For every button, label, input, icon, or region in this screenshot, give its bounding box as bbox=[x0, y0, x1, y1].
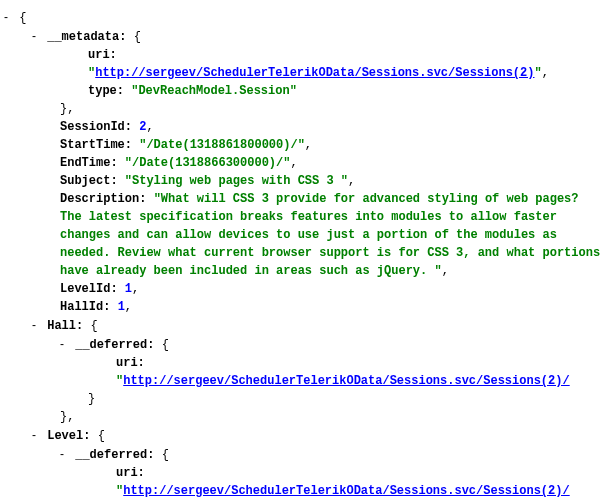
key-deferred: __deferred: bbox=[75, 448, 154, 462]
metadata-open: - __metadata: { bbox=[4, 27, 605, 46]
hallid-row: HallId: 1, bbox=[4, 298, 605, 316]
level-deferred-open: - __deferred: { bbox=[4, 445, 605, 464]
brace-open: { bbox=[90, 319, 97, 333]
val-levelid: 1 bbox=[125, 282, 132, 296]
levelid-row: LevelId: 1, bbox=[4, 280, 605, 298]
brace-open: { bbox=[162, 448, 169, 462]
hall-uri-link[interactable]: http://sergeev/SchedulerTelerikOData/Ses… bbox=[123, 374, 569, 388]
comma: , bbox=[290, 156, 297, 170]
key-level: Level: bbox=[47, 429, 90, 443]
brace-close: }, bbox=[60, 410, 74, 424]
hall-deferred-close: } bbox=[4, 390, 605, 408]
key-uri: uri: bbox=[116, 466, 145, 480]
level-uri-link[interactable]: http://sergeev/SchedulerTelerikOData/Ses… bbox=[123, 484, 569, 498]
description-row: Description: "What will CSS 3 provide fo… bbox=[4, 190, 605, 280]
val-starttime: "/Date(1318861800000)/" bbox=[139, 138, 305, 152]
comma: , bbox=[125, 300, 132, 314]
key-metadata: __metadata: bbox=[47, 30, 126, 44]
key-hallid: HallId: bbox=[60, 300, 110, 314]
comma: , bbox=[132, 282, 139, 296]
object-open: - { bbox=[4, 8, 605, 27]
hall-uri-key-row: uri: bbox=[4, 354, 605, 372]
level-uri-val-row: "http://sergeev/SchedulerTelerikOData/Se… bbox=[4, 482, 605, 500]
collapse-toggle[interactable]: - bbox=[4, 8, 8, 26]
key-uri: uri: bbox=[116, 356, 145, 370]
endtime-row: EndTime: "/Date(1318866300000)/", bbox=[4, 154, 605, 172]
starttime-row: StartTime: "/Date(1318861800000)/", bbox=[4, 136, 605, 154]
key-sessionid: SessionId: bbox=[60, 120, 132, 134]
level-open: - Level: { bbox=[4, 426, 605, 445]
key-endtime: EndTime: bbox=[60, 156, 118, 170]
key-description: Description: bbox=[60, 192, 146, 206]
brace-open: { bbox=[162, 338, 169, 352]
val-type: "DevReachModel.Session" bbox=[131, 84, 297, 98]
key-hall: Hall: bbox=[47, 319, 83, 333]
key-type: type: bbox=[88, 84, 124, 98]
hall-open: - Hall: { bbox=[4, 316, 605, 335]
comma: , bbox=[542, 66, 549, 80]
collapse-toggle[interactable]: - bbox=[60, 445, 64, 463]
key-deferred: __deferred: bbox=[75, 338, 154, 352]
sessionid-row: SessionId: 2, bbox=[4, 118, 605, 136]
val-hallid: 1 bbox=[118, 300, 125, 314]
collapse-toggle[interactable]: - bbox=[32, 27, 36, 45]
key-levelid: LevelId: bbox=[60, 282, 118, 296]
brace-open: { bbox=[19, 11, 26, 25]
metadata-type-row: type: "DevReachModel.Session" bbox=[4, 82, 605, 100]
hall-uri-val-row: "http://sergeev/SchedulerTelerikOData/Se… bbox=[4, 372, 605, 390]
collapse-toggle[interactable]: - bbox=[32, 316, 36, 334]
brace-open: { bbox=[98, 429, 105, 443]
collapse-toggle[interactable]: - bbox=[32, 426, 36, 444]
quote: " bbox=[534, 66, 541, 80]
val-subject: "Styling web pages with CSS 3 " bbox=[125, 174, 348, 188]
key-subject: Subject: bbox=[60, 174, 118, 188]
metadata-uri-link[interactable]: http://sergeev/SchedulerTelerikOData/Ses… bbox=[95, 66, 534, 80]
key-starttime: StartTime: bbox=[60, 138, 132, 152]
key-uri: uri: bbox=[88, 48, 117, 62]
hall-close: }, bbox=[4, 408, 605, 426]
level-uri-key-row: uri: bbox=[4, 464, 605, 482]
comma: , bbox=[146, 120, 153, 134]
hall-deferred-open: - __deferred: { bbox=[4, 335, 605, 354]
metadata-close: }, bbox=[4, 100, 605, 118]
comma: , bbox=[348, 174, 355, 188]
brace-open: { bbox=[134, 30, 141, 44]
brace-close: } bbox=[88, 392, 95, 406]
metadata-uri-val-row: "http://sergeev/SchedulerTelerikOData/Se… bbox=[4, 64, 605, 82]
collapse-toggle[interactable]: - bbox=[60, 335, 64, 353]
metadata-uri-key-row: uri: bbox=[4, 46, 605, 64]
subject-row: Subject: "Styling web pages with CSS 3 "… bbox=[4, 172, 605, 190]
comma: , bbox=[305, 138, 312, 152]
comma: , bbox=[442, 264, 449, 278]
brace-close: }, bbox=[60, 102, 74, 116]
val-endtime: "/Date(1318866300000)/" bbox=[125, 156, 291, 170]
